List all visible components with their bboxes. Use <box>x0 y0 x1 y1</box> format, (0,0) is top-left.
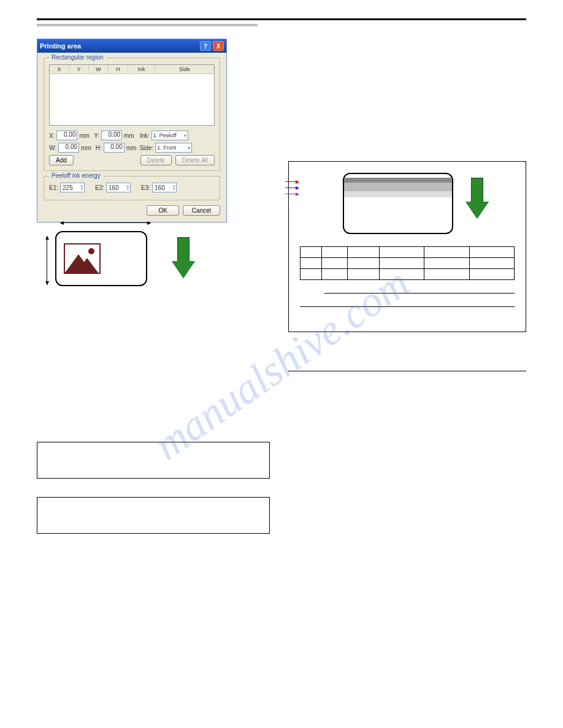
unit-mm: mm <box>126 145 137 151</box>
delete-all-button[interactable]: Delete All <box>175 155 215 165</box>
pointer-red-icon <box>285 181 299 182</box>
page-top-rule <box>37 18 526 20</box>
chevron-down-icon: ▾ <box>184 133 186 138</box>
x-input[interactable]: 0.00 <box>56 131 77 140</box>
underline <box>288 363 526 371</box>
ok-button[interactable]: OK <box>147 205 178 216</box>
dimension-width <box>60 222 151 223</box>
unit-mm: mm <box>79 132 90 139</box>
table-row <box>301 247 515 258</box>
e1-spinner[interactable]: 225▲▼ <box>60 183 85 192</box>
magstripe-mid <box>344 183 452 191</box>
example-box <box>288 161 526 332</box>
e2-label: E2: <box>95 184 104 191</box>
peeloff-energy-group: Peeloff ink energy E1: 225▲▼ E2: 160▲▼ E… <box>44 176 220 200</box>
dialog-title: Printing area <box>40 42 81 50</box>
y-label: Y: <box>94 132 99 139</box>
arrow-down-icon <box>172 237 195 280</box>
side-label: Side: <box>139 145 153 151</box>
underline <box>324 285 515 294</box>
ink-select[interactable]: 1. Peeloff▾ <box>151 131 188 140</box>
pointer-blue-icon <box>285 188 299 188</box>
w-label: W: <box>49 145 56 151</box>
dialog-titlebar[interactable]: Printing area ? X <box>37 39 226 53</box>
dimension-height <box>47 236 47 285</box>
example-table <box>300 246 515 280</box>
table-row <box>301 269 515 280</box>
h-input[interactable]: 0.00 <box>104 143 124 153</box>
e1-label: E1: <box>49 184 58 191</box>
unit-mm: mm <box>124 132 134 139</box>
card-illustration <box>55 231 270 286</box>
y-input[interactable]: 0.00 <box>101 131 122 140</box>
e3-spinner[interactable]: 160▲▼ <box>152 183 177 192</box>
card-outline <box>55 231 147 286</box>
group-label: Peeloff ink energy <box>49 172 103 179</box>
magstripe-light <box>344 191 452 197</box>
w-input[interactable]: 0.00 <box>58 143 79 153</box>
chevron-down-icon[interactable]: ▼ <box>80 188 83 191</box>
close-icon[interactable]: X <box>213 41 224 51</box>
ink-label: Ink: <box>140 132 150 139</box>
side-select[interactable]: 1. Front▾ <box>155 143 192 153</box>
page-sub-rule <box>37 24 258 26</box>
e2-spinner[interactable]: 160▲▼ <box>106 183 131 192</box>
list-header: X Y W H Ink Side <box>50 65 214 74</box>
chevron-down-icon: ▾ <box>188 145 190 151</box>
unit-mm: mm <box>81 145 91 151</box>
note-box <box>37 497 270 534</box>
arrow-down-icon <box>465 178 489 221</box>
table-row <box>301 258 515 269</box>
card-with-stripes <box>343 173 453 234</box>
note-box <box>37 442 270 479</box>
image-icon <box>64 243 101 274</box>
add-button[interactable]: Add <box>49 155 74 165</box>
magstripe-dark <box>344 178 452 183</box>
h-label: H: <box>96 145 102 151</box>
pointer-purple-icon <box>285 194 299 194</box>
x-label: X: <box>49 132 55 139</box>
printing-area-dialog: Printing area ? X Rectangular region X Y… <box>37 39 227 222</box>
delete-button[interactable]: Delete <box>140 155 172 165</box>
chevron-down-icon[interactable]: ▼ <box>172 188 175 191</box>
e3-label: E3: <box>141 184 150 191</box>
underline <box>300 298 515 307</box>
group-label: Rectangular region <box>49 54 106 61</box>
region-listbox[interactable]: X Y W H Ink Side <box>49 64 215 126</box>
chevron-down-icon[interactable]: ▼ <box>126 188 129 191</box>
rectangular-region-group: Rectangular region X Y W H Ink Side <box>44 58 220 171</box>
cancel-button[interactable]: Cancel <box>183 205 220 216</box>
help-icon[interactable]: ? <box>200 41 211 51</box>
